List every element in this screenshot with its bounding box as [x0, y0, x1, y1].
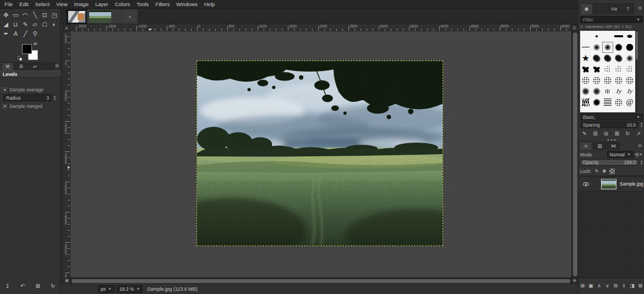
menu-item[interactable]: Filters — [152, 0, 173, 9]
brush-item[interactable] — [591, 64, 602, 75]
lock-alpha-icon[interactable] — [609, 168, 615, 174]
ink-tool[interactable]: ╱ — [20, 29, 30, 39]
tab-image-thumbnail[interactable] — [42, 62, 55, 70]
menu-item[interactable]: Layer — [92, 0, 112, 9]
merge-down-button[interactable]: ⇓ — [621, 282, 627, 290]
opacity-spinner[interactable]: ▲▼ — [639, 159, 644, 166]
new-brush-button[interactable]: ⊞ — [591, 130, 599, 138]
brush-item[interactable] — [580, 31, 591, 42]
spacing-spinner[interactable]: ▲▼ — [639, 122, 644, 128]
dock-menu-icon[interactable]: ⊞ — [638, 143, 642, 149]
brush-item[interactable] — [602, 86, 613, 97]
brush-item[interactable] — [602, 97, 613, 108]
menu-item[interactable]: Select — [32, 0, 53, 9]
menu-item[interactable]: Tools — [133, 0, 152, 9]
brush-item[interactable] — [580, 86, 591, 97]
brush-item[interactable] — [624, 97, 635, 108]
tab-patterns[interactable] — [594, 3, 607, 14]
brush-item[interactable] — [624, 53, 635, 64]
new-layer-button[interactable]: ⊞ — [580, 282, 586, 290]
move-tool[interactable]: ✥ — [1, 10, 11, 20]
tab-document-history[interactable]: ? — [621, 3, 634, 14]
brush-item[interactable] — [591, 53, 602, 64]
brush-item[interactable] — [624, 64, 635, 75]
delete-brush-button[interactable]: ⊠ — [613, 130, 621, 138]
dock-splitter-handle[interactable]: ● ● ● — [578, 138, 644, 141]
dock-menu-icon[interactable]: ⊞ — [55, 63, 59, 69]
menu-item[interactable]: Help — [201, 0, 219, 9]
brush-item[interactable] — [591, 42, 602, 53]
brush-item[interactable] — [591, 97, 602, 108]
rectangle-select-tool[interactable]: ▭ — [11, 10, 21, 20]
menu-item[interactable]: Edit — [16, 0, 31, 9]
brush-item[interactable] — [624, 31, 635, 42]
brush-item[interactable] — [613, 53, 624, 64]
tab-tool-options[interactable]: ⚒ — [1, 62, 14, 70]
swap-colors-icon[interactable]: ⇄ — [34, 41, 37, 46]
brush-item[interactable] — [613, 97, 624, 108]
menu-item[interactable]: File — [1, 0, 16, 9]
brush-item[interactable] — [591, 86, 602, 97]
canvas-menu-button[interactable]: ▸ — [63, 24, 70, 31]
add-layer-mask-button[interactable]: ◨ — [629, 282, 636, 290]
zoom-follow-window-button[interactable]: ⊡ — [571, 24, 578, 31]
crop-tool[interactable]: ⊡ — [40, 10, 50, 20]
brush-item[interactable] — [591, 75, 602, 86]
spacing-slider[interactable]: Spacing 10.0 — [580, 122, 638, 128]
tab-fonts[interactable]: Aa — [608, 3, 620, 14]
brush-item[interactable] — [580, 53, 591, 64]
brush-item[interactable] — [580, 97, 591, 108]
tab-layers[interactable]: ≡ — [580, 141, 592, 150]
gradient-tool[interactable]: ◢ — [1, 20, 11, 29]
brush-item[interactable] — [602, 42, 613, 53]
radius-slider[interactable]: Radius 3 — [3, 94, 52, 101]
tab-undo-history[interactable]: ↩ — [29, 62, 41, 70]
tab-device-status[interactable]: ✇ — [15, 62, 28, 70]
quickmask-toggle-button[interactable]: ▦ — [63, 277, 70, 284]
brush-item[interactable] — [624, 75, 635, 86]
brush-item[interactable] — [591, 31, 602, 42]
text-tool[interactable]: A — [11, 29, 21, 39]
brush-grid-scrollbar[interactable] — [635, 31, 638, 112]
image-tab-sample[interactable]: ✕ — [87, 9, 138, 24]
brush-item[interactable] — [613, 75, 624, 86]
sample-average-checkbox[interactable]: ✕ — [2, 88, 7, 92]
foreground-color-swatch[interactable] — [22, 44, 32, 54]
zoom-tool[interactable]: ⚲ — [30, 29, 40, 39]
mode-select[interactable]: Normal ▼ — [607, 151, 634, 158]
brush-item[interactable] — [580, 64, 591, 75]
default-colors-icon[interactable] — [18, 56, 23, 61]
open-brush-as-image-button[interactable]: ⇗ — [634, 130, 643, 138]
photo-canvas[interactable] — [197, 61, 443, 246]
zoom-select[interactable]: 18.2 %▼ — [117, 285, 143, 293]
tab-channels[interactable]: ▥ — [593, 141, 606, 150]
unit-select[interactable]: px▼ — [98, 285, 114, 293]
unified-transform-tool[interactable]: ◳ — [50, 10, 59, 20]
duplicate-layer-button[interactable]: ⧉ — [613, 282, 619, 290]
brush-item[interactable] — [602, 75, 613, 86]
blend-space-switch-icon[interactable]: ⟲ — [635, 152, 640, 157]
edit-brush-button[interactable]: ✎ — [580, 130, 589, 138]
dock-menu-icon[interactable]: ⊞ — [638, 6, 642, 11]
reset-tool-options-button[interactable]: ↻ — [48, 282, 57, 290]
free-select-tool[interactable]: ◠ — [20, 10, 30, 20]
lower-layer-button[interactable]: ∨ — [604, 282, 611, 290]
dodge-burn-tool[interactable]: ◐ — [50, 20, 59, 29]
opacity-slider[interactable]: Opacity 100.0 — [580, 159, 638, 166]
visibility-eye-icon[interactable] — [583, 182, 589, 186]
lock-pixels-icon[interactable]: ✎ — [594, 168, 599, 174]
brush-item[interactable] — [602, 53, 613, 64]
vertical-ruler[interactable]: -5000500100015002000250030003500 — [63, 31, 70, 277]
eraser-tool[interactable]: ▱ — [30, 20, 40, 29]
brush-item[interactable] — [613, 31, 624, 42]
layer-row[interactable]: Sample.jpg — [578, 177, 644, 190]
vertical-scrollbar[interactable] — [571, 31, 578, 277]
horizontal-ruler[interactable]: -2000-1500-1000-500050010001500200025003… — [70, 24, 571, 31]
sample-merged-checkbox[interactable]: ✕ — [2, 104, 7, 109]
delete-layer-button[interactable]: ⊠ — [637, 282, 644, 290]
brush-item[interactable] — [613, 42, 624, 53]
brush-item[interactable] — [624, 42, 635, 53]
brush-item[interactable] — [602, 31, 613, 42]
close-tab-icon[interactable]: ✕ — [127, 13, 133, 20]
clone-tool[interactable]: ☖ — [40, 20, 50, 29]
